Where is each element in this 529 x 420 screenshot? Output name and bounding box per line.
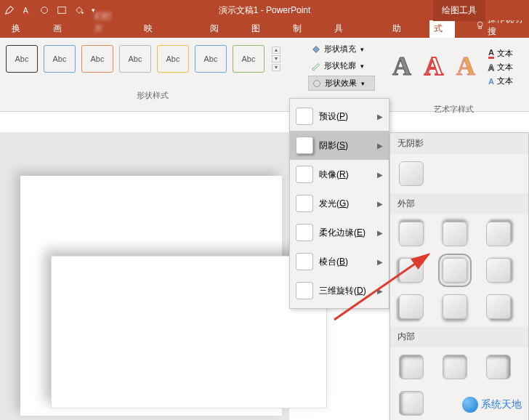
shape-effects-button[interactable]: 形状效果▾ [308, 76, 375, 91]
chevron-right-icon: ▶ [377, 258, 383, 266]
shadow-inner-2[interactable] [443, 355, 467, 379]
shadow-outer-9[interactable] [486, 294, 511, 319]
svg-point-5 [477, 22, 482, 27]
circle-icon[interactable] [39, 5, 49, 15]
menu-glow[interactable]: 发光(G) ▶ [290, 189, 389, 218]
shape-style-more[interactable]: ▴▾▾ [272, 47, 280, 71]
menu-shadow[interactable]: 阴影(S) ▶ [290, 131, 389, 160]
svg-point-4 [81, 12, 84, 14]
shadow-outer-4[interactable] [399, 258, 424, 283]
menu-preset[interactable]: 预设(P) ▶ [290, 102, 389, 131]
effects-icon [312, 78, 322, 89]
ribbon-tabs: 切换 动画 幻灯片 幻灯片放映 审阅 视图 录制 开发工具 帮助 格式 操作说明… [0, 20, 529, 38]
shape-effects-menu: 预设(P) ▶ 阴影(S) ▶ 映像(R) ▶ 发光(G) ▶ 柔化边缘(E) … [289, 98, 389, 309]
shape-style-2[interactable]: Abc [44, 45, 76, 73]
wordart-style-2[interactable]: A [424, 51, 443, 81]
shape-style-6[interactable]: Abc [195, 45, 227, 73]
group-wordart-styles: A A A A文本 A文本 A文本 艺术字样式 [378, 38, 529, 111]
glow-icon [296, 195, 313, 212]
shadow-outer-1[interactable] [399, 222, 424, 246]
font-color-icon[interactable]: A [22, 5, 32, 15]
wordart-side-controls: A文本 A文本 A文本 [488, 45, 513, 86]
shadow-outer-2[interactable] [443, 222, 467, 246]
svg-point-2 [41, 7, 48, 14]
pen-icon[interactable] [4, 5, 15, 15]
shape-style-1[interactable]: Abc [6, 45, 38, 73]
svg-rect-6 [479, 27, 481, 28]
soft-edges-icon [296, 224, 313, 241]
shadow-section-outer: 外部 [390, 193, 528, 214]
wordart-style-3[interactable]: A [456, 51, 475, 81]
slide-canvas [0, 132, 289, 420]
shadow-outer-3[interactable] [486, 222, 511, 246]
shadow-outer-6[interactable] [486, 258, 511, 283]
chevron-right-icon: ▶ [377, 229, 383, 237]
shadow-icon [296, 137, 313, 154]
title-bar: A ▾ 演示文稿1 - PowerPoint 绘图工具 [0, 0, 529, 20]
text-fill-button[interactable]: A文本 [488, 48, 513, 59]
paint-bucket-icon [311, 44, 321, 54]
shadow-outer-5-selected[interactable] [443, 258, 467, 283]
shadow-outer-8[interactable] [443, 294, 467, 319]
chevron-right-icon: ▶ [377, 200, 383, 208]
wordart-style-1[interactable]: A [392, 51, 411, 81]
text-effects-button[interactable]: A文本 [488, 76, 513, 86]
rectangle-icon[interactable] [57, 5, 67, 15]
selected-shape[interactable] [51, 256, 327, 408]
shadow-inner-4[interactable] [399, 391, 424, 416]
preset-icon [296, 108, 313, 125]
chevron-right-icon: ▶ [377, 142, 383, 150]
menu-soft-edges[interactable]: 柔化边缘(E) ▶ [290, 218, 389, 247]
svg-point-7 [314, 80, 320, 86]
shadow-none-swatch[interactable] [399, 161, 424, 186]
svg-rect-3 [58, 7, 66, 14]
globe-icon [462, 397, 478, 413]
shadow-outer-7[interactable] [399, 294, 424, 319]
text-outline-button[interactable]: A文本 [488, 62, 513, 73]
tab-blurred[interactable]: 幻灯片 [90, 7, 124, 38]
shadow-section-none: 无阴影 [390, 133, 528, 154]
chevron-right-icon: ▶ [377, 113, 383, 121]
svg-text:A: A [23, 6, 28, 15]
chevron-right-icon: ▶ [377, 171, 383, 179]
shape-fill-button[interactable]: 形状填充▾ [308, 42, 375, 56]
shape-style-4[interactable]: Abc [119, 45, 151, 73]
shape-outline-button[interactable]: 形状轮廓▾ [308, 59, 375, 73]
reflection-icon [296, 166, 313, 183]
window-title: 演示文稿1 - PowerPoint [219, 4, 311, 17]
quick-access-toolbar: A ▾ [0, 5, 95, 15]
shadow-section-inner: 内部 [390, 326, 528, 347]
shape-style-3[interactable]: Abc [81, 45, 113, 73]
shadow-inner-3[interactable] [486, 355, 511, 379]
ribbon: Abc Abc Abc Abc Abc Abc Abc ▴▾▾ 形状样式 形状填… [0, 38, 529, 112]
group-label-wordart: 艺术字样式 [378, 91, 529, 115]
bucket-icon[interactable] [74, 5, 84, 15]
pen-outline-icon [311, 61, 321, 71]
menu-bevel[interactable]: 棱台(B) ▶ [290, 247, 389, 276]
shadow-gallery: 无阴影 外部 内部 [389, 132, 529, 420]
group-shape-styles: Abc Abc Abc Abc Abc Abc Abc ▴▾▾ 形状样式 [0, 38, 305, 111]
bevel-icon [296, 253, 313, 270]
watermark: 系统天地 [462, 397, 522, 413]
shape-style-7[interactable]: Abc [233, 45, 264, 73]
rotate-3d-icon [296, 282, 313, 299]
svg-rect-1 [23, 13, 31, 15]
shadow-inner-1[interactable] [399, 355, 424, 379]
menu-3d-rotation[interactable]: 三维旋转(D) ▶ [290, 276, 389, 305]
group-label-shape-styles: 形状样式 [0, 77, 305, 101]
chevron-right-icon: ▶ [377, 287, 383, 295]
shape-style-5[interactable]: Abc [157, 45, 189, 73]
lightbulb-icon [475, 20, 485, 31]
menu-reflection[interactable]: 映像(R) ▶ [290, 160, 389, 189]
contextual-tab-label: 绘图工具 [433, 0, 485, 21]
